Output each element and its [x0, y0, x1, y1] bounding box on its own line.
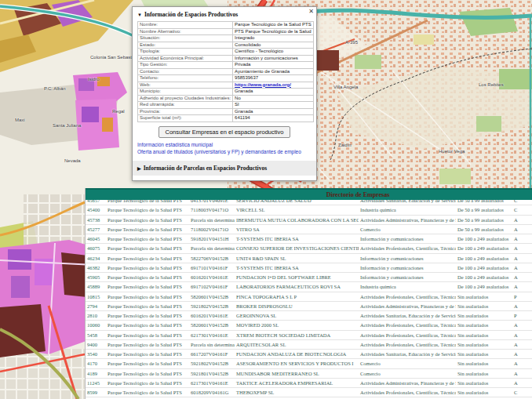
section-espacios-header[interactable]: ▼Información de Espacios Productivos	[133, 7, 316, 20]
field-label: Web:	[138, 82, 233, 89]
cell-id: 46045	[86, 234, 106, 243]
popup-field-row: Tipo Gestión:Privada	[138, 62, 314, 69]
cell-id: 2794	[86, 302, 106, 310]
cell-parcel: 5921802V04152B	[189, 302, 235, 310]
consultar-empresas-button[interactable]: Consultar Empresas en el espacio product…	[159, 126, 291, 138]
table-row[interactable]: 11245Parque Tecnológico de la Salud PTS6…	[86, 379, 532, 388]
cell-space: Parque Tecnológico de la Salud PTS	[106, 369, 189, 378]
table-row[interactable]: 2794Parque Tecnológico de la Salud PTS59…	[86, 302, 532, 311]
cell-address: A	[512, 254, 532, 263]
table-row[interactable]: 45905Parque Tecnológico de la Salud PTS6…	[86, 273, 532, 282]
cell-address: A	[512, 302, 532, 310]
cell-space: Parque Tecnológico de la Salud PTS	[106, 263, 189, 272]
table-row[interactable]: 45277Parque Tecnológico de la Salud PTS7…	[86, 225, 532, 234]
cell-company: FUNDACION ANDALUZA DE BIOTECNOLOGIA	[235, 350, 359, 358]
cell-company: FUNDACION I+D DEL SOFTWARE LIBRE	[235, 273, 359, 281]
cell-size: De 100 a 249 asalariados	[456, 273, 512, 281]
cell-size: Sin asalariados	[456, 321, 512, 329]
cell-parcel: 6217301V04161E	[189, 379, 235, 387]
table-row[interactable]: 5458Parque Tecnológico de la Salud PTS62…	[86, 331, 532, 340]
cell-activity: Industria química	[359, 282, 456, 291]
field-value: Consolidado	[233, 42, 314, 49]
map-label: Huetor Vega	[439, 149, 465, 154]
section-parcelas-header[interactable]: ▶Información de Parcelas en Espacios Pro…	[133, 161, 316, 176]
cell-space: Parque Tecnológico de la Salud PTS	[106, 302, 189, 310]
close-icon[interactable]: ✕	[308, 9, 314, 15]
map-label: Maxi	[15, 118, 25, 122]
cell-activity: Información y comunicaciones	[359, 234, 456, 243]
popup-web-link[interactable]: https://www.granada.org/	[235, 82, 291, 87]
link-estadistica-municipal[interactable]: Información estadística municipal	[137, 141, 312, 148]
cell-space: Parque Tecnológico de la Salud PTS	[106, 273, 189, 281]
cell-space: Parque Tecnológico de la Salud PTS	[106, 350, 189, 358]
table-row[interactable]: 45738Parque Tecnológico de la Salud PTSP…	[86, 216, 532, 225]
cell-size: Sin asalariados	[456, 331, 512, 339]
table-row[interactable]: 8599Parque Tecnológico de la Salud PTS60…	[86, 388, 532, 397]
table-row[interactable]: 46075Parque Tecnológico de la Salud PTSP…	[86, 244, 532, 253]
cell-address: P	[512, 311, 532, 320]
table-row[interactable]: 46234Parque Tecnológico de la Salud PTS5…	[86, 254, 532, 263]
table-row[interactable]: 46382Parque Tecnológico de la Salud PTS6…	[86, 263, 532, 273]
cell-parcel: Parcela sin determinar	[189, 244, 235, 252]
cell-id: 46234	[86, 254, 106, 263]
cell-space: Parque Tecnológico de la Salud PTS	[106, 359, 189, 368]
table-row[interactable]: 9400Parque Tecnológico de la Salud PTSPa…	[86, 340, 532, 350]
cell-company: ASESORAMIENTO EN SERVICIOS Y PRODUCTOS I	[235, 359, 359, 368]
table-row[interactable]: 2810Parque Tecnológico de la Salud PTS60…	[86, 311, 532, 321]
field-value: Parque Tecnológico de la Salud PTS	[233, 22, 314, 29]
cell-address: A	[512, 321, 532, 329]
cell-size: De 100 a 249 asalariados	[456, 263, 512, 272]
cell-size: De 50 a 99 asalariados	[456, 225, 512, 234]
directory-title: Directorio de Empresas	[86, 188, 532, 200]
table-row[interactable]: 46045Parque Tecnológico de la Salud PTS5…	[86, 234, 532, 244]
cell-size: Sin asalariados	[456, 311, 512, 320]
link-oferta-titulados[interactable]: Oferta anual de titulados (universitario…	[137, 148, 312, 155]
cell-company: ARQUITECSOLAR SL	[235, 340, 359, 349]
map-label: Colonia San Sebast	[90, 55, 132, 60]
table-row[interactable]: 4170Parque Tecnológico de la Salud PTS59…	[86, 359, 532, 368]
table-row[interactable]: 10815Parque Tecnológico de la Salud PTS5…	[86, 292, 532, 302]
cell-activity: Actividades Profesionales, Científicas, …	[359, 331, 456, 339]
field-label: Teléfono:	[138, 75, 233, 82]
table-row[interactable]: 45400Parque Tecnológico de la Salud PTS7…	[86, 205, 532, 215]
cell-company: XTREM BIOTECH SOCIEDAD LIMITADA	[235, 331, 359, 339]
field-value: 958539637	[233, 75, 314, 82]
cell-id: 10060	[86, 321, 106, 329]
map-label: P.C. Albán	[44, 86, 66, 91]
cell-company: TAKTICE ACELERADORA EMPRESARIAL	[235, 379, 359, 387]
cell-space: Parque Tecnológico de la Salud PTS	[106, 216, 189, 224]
cell-activity: Actividades Administrativas, Financieras…	[359, 379, 456, 387]
cell-parcel: 7118003V04171O	[189, 205, 235, 214]
field-label: Adherido al proyecto Ciudades Industrial…	[138, 95, 233, 102]
cell-space: Parque Tecnológico de la Salud PTS	[106, 379, 189, 387]
popup-field-row: Provincia:Granada	[138, 108, 314, 115]
cell-address: C	[512, 205, 532, 214]
cell-address: A	[512, 273, 532, 281]
table-row[interactable]: 4189Parque Tecnológico de la Salud PTS59…	[86, 369, 532, 379]
cell-address: A	[512, 369, 532, 378]
cell-activity: Información y comunicaciones	[359, 254, 456, 263]
table-row[interactable]: 45889Parque Tecnológico de la Salud PTS6…	[86, 282, 532, 292]
cell-company: MOVIRED 2000 SL	[235, 321, 359, 329]
cell-size: Sin asalariados	[456, 369, 512, 378]
cell-address: C	[512, 388, 532, 397]
cell-parcel: 5822706V04152B	[189, 254, 235, 263]
map-label: Los Rebites	[479, 82, 504, 87]
cell-id: 10815	[86, 292, 106, 301]
table-row[interactable]: 10060Parque Tecnológico de la Salud PTS5…	[86, 321, 532, 330]
cell-id: 5458	[86, 331, 106, 339]
popup-field-row: Situación:Integrado	[138, 35, 314, 42]
cell-id: 3540	[86, 350, 106, 358]
cell-address: A	[512, 244, 532, 252]
cell-parcel: 5918201V04151H	[189, 234, 235, 243]
cell-address: A	[512, 216, 532, 224]
field-label: Nombre Alternativo:	[138, 28, 233, 35]
cell-parcel: 5921801V04152B	[189, 369, 235, 378]
cell-address: A	[512, 263, 532, 272]
cell-space: Parque Tecnológico de la Salud PTS	[106, 234, 189, 243]
cell-address: A	[512, 234, 532, 243]
table-row[interactable]: 3540Parque Tecnológico de la Salud PTS66…	[86, 350, 532, 359]
cell-id: 45905	[86, 273, 106, 281]
cell-activity: Actividades Administrativas, Financieras…	[359, 302, 456, 310]
section-espacios-title: Información de Espacios Productivos	[144, 11, 238, 18]
